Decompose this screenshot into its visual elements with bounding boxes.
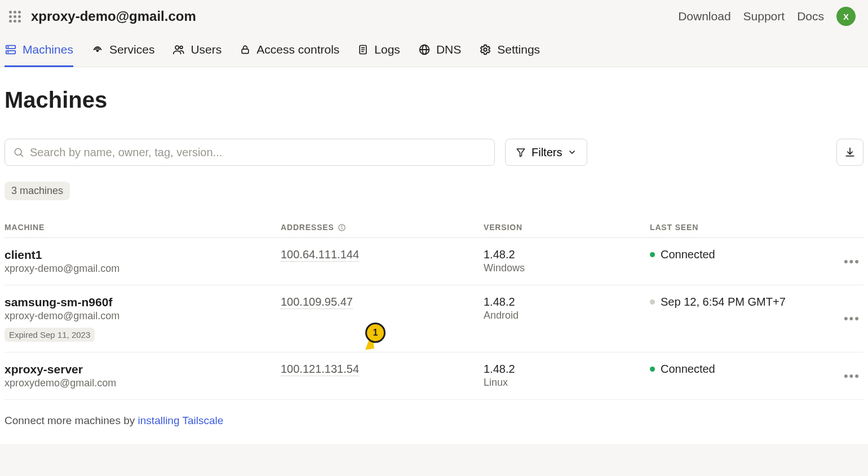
col-last-seen: LAST SEEN: [650, 223, 830, 232]
machine-name[interactable]: xproxy-server: [5, 363, 281, 376]
machine-os: Linux: [484, 377, 650, 389]
tab-users[interactable]: Users: [172, 43, 222, 67]
row-actions-button[interactable]: •••: [830, 254, 863, 269]
search-icon: [13, 147, 24, 158]
tab-label: Services: [109, 43, 155, 56]
main-nav: Machines Services Users Access controls …: [0, 30, 868, 67]
tab-label: Logs: [374, 43, 400, 56]
table-row[interactable]: samsung-sm-n960f xproxy-demo@gmail.com E…: [5, 285, 863, 352]
machine-address[interactable]: 100.64.111.144: [281, 248, 359, 262]
chevron-down-icon: [568, 148, 577, 157]
download-link[interactable]: Download: [678, 10, 730, 23]
support-link[interactable]: Support: [743, 10, 785, 23]
svg-line-17: [20, 154, 23, 156]
status-dot-icon: [650, 367, 655, 372]
footer-prefix: Connect more machines by: [5, 415, 138, 426]
filter-icon: [516, 147, 526, 157]
gear-icon: [479, 43, 491, 56]
status-dot-icon: [650, 252, 655, 257]
svg-point-5: [175, 46, 179, 49]
globe-icon: [418, 43, 431, 56]
machine-last-seen: Sep 12, 6:54 PM GMT+7: [650, 296, 830, 308]
download-icon: [844, 147, 856, 158]
tab-machines[interactable]: Machines: [5, 43, 73, 67]
svg-marker-18: [517, 149, 525, 157]
tab-label: Access controls: [256, 43, 339, 56]
col-machine: MACHINE: [5, 223, 281, 232]
machine-name[interactable]: client1: [5, 248, 281, 262]
topbar-left: xproxy-demo@gmail.com: [7, 8, 196, 25]
topbar-right: Download Support Docs X: [678, 7, 861, 26]
machine-owner: xproxy-demo@gmail.com: [5, 310, 281, 322]
table-header: MACHINE ADDRESSES VERSION LAST SEEN: [5, 217, 863, 238]
docs-link[interactable]: Docs: [797, 10, 824, 23]
machine-version: 1.48.2: [484, 296, 650, 308]
tab-label: Settings: [497, 43, 540, 56]
svg-point-15: [484, 48, 487, 51]
last-seen-text: Connected: [661, 363, 715, 376]
info-icon[interactable]: [338, 223, 346, 232]
last-seen-text: Sep 12, 6:54 PM GMT+7: [661, 296, 786, 308]
logs-icon: [357, 43, 369, 56]
users-icon: [172, 43, 185, 56]
filters-button[interactable]: Filters: [505, 139, 587, 166]
col-version: VERSION: [484, 223, 650, 232]
tab-label: DNS: [436, 43, 461, 56]
search-field-wrap[interactable]: [5, 139, 495, 166]
main-content: Machines Filters 3 machines MACHINE: [0, 67, 868, 444]
expired-badge: Expired Sep 11, 2023: [5, 328, 95, 342]
annotation-marker: 1: [365, 323, 386, 343]
machine-address[interactable]: 100.109.95.47: [281, 296, 353, 309]
machine-os: Windows: [484, 262, 650, 274]
machines-icon: [5, 43, 17, 56]
controls-row: Filters: [5, 139, 863, 166]
machine-owner: xproxy-demo@gmail.com: [5, 263, 281, 275]
export-button[interactable]: [836, 139, 863, 166]
table-row[interactable]: client1 xproxy-demo@gmail.com 100.64.111…: [5, 238, 863, 285]
machine-version: 1.48.2: [484, 363, 650, 376]
tab-logs[interactable]: Logs: [357, 43, 400, 67]
row-actions-button[interactable]: •••: [830, 369, 863, 384]
col-addresses: ADDRESSES: [281, 223, 484, 232]
machine-last-seen: Connected: [650, 363, 830, 376]
svg-point-21: [342, 226, 342, 226]
svg-point-3: [8, 52, 8, 52]
last-seen-text: Connected: [661, 248, 715, 261]
svg-point-6: [180, 46, 183, 49]
svg-point-2: [8, 47, 8, 47]
app-switcher-icon[interactable]: [7, 8, 23, 25]
machine-address[interactable]: 100.121.131.54: [281, 363, 359, 376]
svg-rect-7: [242, 49, 249, 54]
avatar[interactable]: X: [836, 7, 856, 26]
tab-services[interactable]: Services: [91, 43, 155, 67]
search-input[interactable]: [30, 146, 486, 159]
services-icon: [91, 43, 104, 56]
machine-count-pill: 3 machines: [5, 182, 70, 200]
status-dot-icon: [650, 299, 655, 305]
table-row[interactable]: xproxy-server xproxydemo@gmail.com 100.1…: [5, 352, 863, 400]
annotation-label: 1: [365, 323, 386, 343]
account-email[interactable]: xproxy-demo@gmail.com: [31, 8, 196, 24]
tab-label: Users: [191, 43, 222, 56]
machine-os: Android: [484, 310, 650, 321]
svg-point-4: [97, 50, 99, 51]
tab-label: Machines: [23, 43, 73, 56]
footer-note: Connect more machines by installing Tail…: [5, 415, 863, 427]
col-addresses-label: ADDRESSES: [281, 223, 334, 232]
install-link[interactable]: installing Tailscale: [138, 415, 224, 426]
filters-label: Filters: [532, 146, 562, 159]
machine-name[interactable]: samsung-sm-n960f: [5, 296, 281, 309]
tab-access-controls[interactable]: Access controls: [240, 43, 339, 67]
tab-dns[interactable]: DNS: [418, 43, 461, 67]
row-actions-button[interactable]: •••: [830, 311, 863, 326]
machine-version: 1.48.2: [484, 248, 650, 261]
page-title: Machines: [5, 87, 863, 113]
lock-icon: [240, 43, 251, 56]
tab-settings[interactable]: Settings: [479, 43, 540, 67]
machine-owner: xproxydemo@gmail.com: [5, 377, 281, 389]
topbar: xproxy-demo@gmail.com Download Support D…: [0, 0, 868, 30]
machine-last-seen: Connected: [650, 248, 830, 261]
